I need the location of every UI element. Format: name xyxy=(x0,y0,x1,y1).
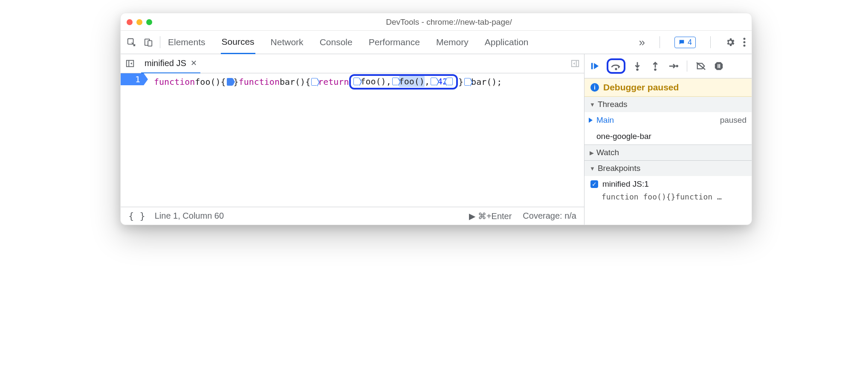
tab-elements[interactable]: Elements xyxy=(167,31,206,54)
thread-other[interactable]: one-google-bar xyxy=(584,128,752,145)
line-number[interactable]: 1 xyxy=(121,73,144,85)
show-navigator-icon[interactable] xyxy=(125,58,135,69)
breakpoint-item[interactable]: ✓ minified JS:1 xyxy=(584,176,752,192)
svg-point-4 xyxy=(744,41,746,43)
breakpoint-hint-icon[interactable] xyxy=(392,78,398,85)
breakpoint-hint-icon[interactable] xyxy=(464,78,470,86)
debugger-toolbar xyxy=(584,54,752,78)
thread-status: paused xyxy=(720,116,746,125)
run-snippet[interactable]: ▶ ⌘+Enter xyxy=(469,211,512,221)
coverage-status: Coverage: n/a xyxy=(523,211,576,221)
svg-rect-2 xyxy=(148,40,152,46)
breakpoint-marker-icon[interactable] xyxy=(227,78,233,86)
sources-body: minified JS ✕ 1 function foo(){}function… xyxy=(121,54,752,225)
threads-section: ▼Threads Main paused one-google-bar xyxy=(584,97,752,145)
code-line: function foo(){}function bar(){return fo… xyxy=(146,73,584,207)
window-controls xyxy=(127,19,152,25)
banner-text: Debugger paused xyxy=(603,82,679,92)
debugger-pane: i Debugger paused ▼Threads Main paused o… xyxy=(584,54,752,225)
svg-point-12 xyxy=(676,65,678,67)
editor-pane: minified JS ✕ 1 function foo(){}function… xyxy=(121,54,584,225)
svg-point-10 xyxy=(636,69,639,71)
svg-rect-7 xyxy=(572,61,579,67)
device-toolbar-icon[interactable] xyxy=(144,38,153,47)
tab-sources[interactable]: Sources xyxy=(221,31,255,54)
svg-rect-14 xyxy=(719,64,720,68)
pretty-print-icon[interactable]: { } xyxy=(128,211,145,221)
svg-point-5 xyxy=(744,45,746,47)
svg-rect-6 xyxy=(127,61,134,67)
close-window-button[interactable] xyxy=(127,19,133,25)
devtools-window: DevTools - chrome://new-tab-page/ Elemen… xyxy=(120,13,752,225)
debugger-paused-banner: i Debugger paused xyxy=(584,78,752,97)
watch-section: ▶Watch xyxy=(584,145,752,161)
open-file-tab[interactable]: minified JS ✕ xyxy=(141,54,200,74)
step-over-button[interactable] xyxy=(607,58,625,74)
tab-memory[interactable]: Memory xyxy=(435,31,469,54)
svg-point-9 xyxy=(615,68,617,70)
svg-point-3 xyxy=(744,38,746,40)
code-editor[interactable]: 1 function foo(){}function bar(){return … xyxy=(121,73,584,207)
svg-rect-13 xyxy=(718,64,718,68)
inspect-element-icon[interactable] xyxy=(127,38,136,47)
close-file-icon[interactable]: ✕ xyxy=(191,58,197,68)
step-button[interactable] xyxy=(667,60,679,72)
window-title: DevTools - chrome://new-tab-page/ xyxy=(152,17,746,27)
resume-button[interactable] xyxy=(589,60,601,72)
threads-header[interactable]: ▼Threads xyxy=(584,97,752,112)
step-into-button[interactable] xyxy=(631,60,643,72)
breakpoint-hint-icon[interactable] xyxy=(431,78,437,85)
messages-count: 4 xyxy=(688,38,692,47)
watch-header[interactable]: ▶Watch xyxy=(584,145,752,160)
kebab-menu-icon[interactable] xyxy=(743,38,746,47)
pause-exceptions-button[interactable] xyxy=(713,60,725,72)
titlebar: DevTools - chrome://new-tab-page/ xyxy=(121,13,752,31)
thread-main[interactable]: Main paused xyxy=(584,112,752,128)
maximize-window-button[interactable] xyxy=(146,19,152,25)
breakpoints-header[interactable]: ▼Breakpoints xyxy=(584,161,752,176)
breakpoint-hint-icon[interactable] xyxy=(311,78,317,86)
more-file-options-icon[interactable] xyxy=(570,59,580,68)
editor-statusbar: { } Line 1, Column 60 ▶ ⌘+Enter Coverage… xyxy=(121,207,584,225)
svg-rect-8 xyxy=(591,63,593,69)
file-tabs: minified JS ✕ xyxy=(121,54,584,73)
tab-console[interactable]: Console xyxy=(319,31,353,54)
breakpoint-checkbox[interactable]: ✓ xyxy=(590,180,598,188)
breakpoint-hint-icon[interactable] xyxy=(447,78,453,85)
tab-application[interactable]: Application xyxy=(484,31,529,54)
file-name: minified JS xyxy=(145,58,186,68)
breakpoint-hint-icon[interactable] xyxy=(353,78,359,85)
svg-point-11 xyxy=(654,69,657,71)
step-out-button[interactable] xyxy=(649,60,661,72)
deactivate-breakpoints-button[interactable] xyxy=(695,60,707,72)
gutter[interactable]: 1 xyxy=(121,73,146,207)
tab-performance[interactable]: Performance xyxy=(368,31,421,54)
minimize-window-button[interactable] xyxy=(136,19,142,25)
highlight-box: foo(),foo(),42 xyxy=(349,74,458,90)
settings-icon[interactable] xyxy=(725,37,735,47)
tab-network[interactable]: Network xyxy=(270,31,304,54)
cursor-position: Line 1, Column 60 xyxy=(155,211,224,221)
breakpoint-label: minified JS:1 xyxy=(602,179,649,189)
messages-badge[interactable]: 4 xyxy=(674,37,696,48)
panel-tabs: Elements Sources Network Console Perform… xyxy=(167,31,529,54)
main-toolbar: Elements Sources Network Console Perform… xyxy=(121,31,752,54)
breakpoints-section: ▼Breakpoints ✓ minified JS:1 function fo… xyxy=(584,161,752,205)
breakpoint-preview: function foo(){}function … xyxy=(584,192,752,205)
info-icon: i xyxy=(590,83,599,92)
